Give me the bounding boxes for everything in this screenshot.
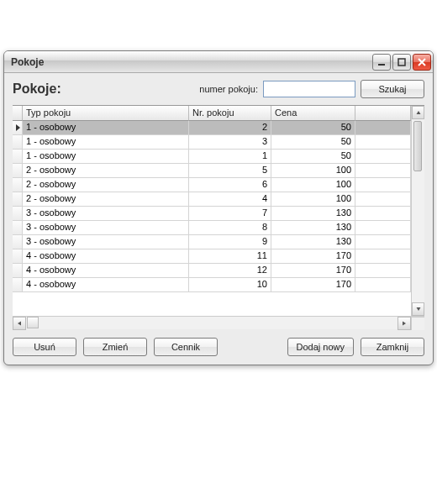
cell-type: 4 - osobowy [23, 249, 189, 263]
window-title: Pokoje [11, 56, 372, 68]
maximize-icon [398, 58, 406, 66]
column-header-price[interactable]: Cena [271, 106, 355, 121]
table-row[interactable]: 1 - osobowy350 [13, 135, 411, 150]
scroll-up-button[interactable] [412, 106, 424, 119]
row-marker-header [13, 106, 23, 121]
row-marker [13, 121, 23, 134]
cell-price: 170 [271, 249, 355, 263]
scroll-down-button[interactable] [412, 302, 424, 316]
cell-type: 4 - osobowy [23, 278, 189, 291]
cell-number: 2 [189, 121, 271, 134]
row-marker [13, 278, 23, 291]
header-row: Pokoje: numer pokoju: Szukaj [13, 80, 424, 98]
minimize-icon [377, 58, 386, 66]
column-header-number[interactable]: Nr. pokoju [189, 106, 271, 121]
cell-pad [355, 178, 411, 192]
cell-price: 130 [271, 221, 355, 234]
scroll-thumb-v[interactable] [413, 121, 422, 171]
cell-type: 3 - osobowy [23, 221, 189, 234]
cell-type: 3 - osobowy [23, 235, 189, 249]
close-dialog-button[interactable]: Zamknij [361, 338, 424, 356]
table-row[interactable]: 1 - osobowy250 [13, 121, 411, 135]
cell-type: 2 - osobowy [23, 192, 189, 206]
page-title: Pokoje: [13, 81, 194, 97]
titlebar[interactable]: Pokoje [4, 51, 433, 73]
svg-marker-3 [416, 111, 420, 114]
cell-type: 1 - osobowy [23, 121, 189, 134]
table-row[interactable]: 4 - osobowy12170 [13, 264, 411, 278]
cell-price: 130 [271, 207, 355, 220]
maximize-button[interactable] [392, 54, 411, 71]
scroll-left-button[interactable] [13, 317, 26, 330]
minimize-button[interactable] [372, 54, 391, 71]
scroll-right-button[interactable] [398, 317, 411, 330]
room-number-input[interactable] [263, 81, 355, 97]
row-marker [13, 207, 23, 220]
delete-button[interactable]: Usuń [13, 338, 76, 356]
scroll-track-h[interactable] [39, 317, 398, 329]
cell-price: 100 [271, 164, 355, 177]
chevron-down-icon [416, 307, 421, 312]
table-row[interactable]: 3 - osobowy9130 [13, 235, 411, 249]
cell-pad [355, 249, 411, 263]
chevron-right-icon [402, 321, 407, 326]
current-row-icon [15, 124, 20, 131]
svg-marker-4 [416, 307, 420, 311]
row-marker [13, 221, 23, 234]
cell-number: 12 [189, 264, 271, 277]
table-row[interactable]: 2 - osobowy6100 [13, 178, 411, 192]
scroll-corner [411, 317, 424, 330]
footer-buttons: Usuń Zmień Cennik Dodaj nowy Zamknij [13, 338, 424, 356]
row-marker [13, 235, 23, 249]
cell-number: 1 [189, 150, 271, 163]
cell-price: 50 [271, 150, 355, 163]
svg-marker-6 [403, 322, 406, 326]
cell-type: 3 - osobowy [23, 207, 189, 220]
row-marker [13, 192, 23, 206]
table-row[interactable]: 2 - osobowy5100 [13, 164, 411, 178]
scroll-track-v[interactable] [412, 119, 424, 302]
row-marker [13, 264, 23, 277]
cell-price: 50 [271, 135, 355, 149]
cell-number: 5 [189, 164, 271, 177]
table-row[interactable]: 4 - osobowy10170 [13, 278, 411, 292]
data-grid: Typ pokoju Nr. pokoju Cena 1 - osobowy25… [13, 105, 424, 316]
table-row[interactable]: 1 - osobowy150 [13, 150, 411, 164]
table-row[interactable]: 2 - osobowy4100 [13, 192, 411, 207]
cell-price: 100 [271, 192, 355, 206]
cell-pad [355, 135, 411, 149]
horizontal-scrollbar[interactable] [13, 316, 424, 329]
row-marker [13, 150, 23, 163]
cell-price: 130 [271, 235, 355, 249]
svg-marker-2 [16, 124, 20, 131]
footer-spacer [224, 338, 281, 356]
change-button[interactable]: Zmień [83, 338, 147, 356]
vertical-scrollbar[interactable] [411, 106, 424, 316]
row-marker [13, 135, 23, 149]
cell-price: 50 [271, 121, 355, 134]
cell-pad [355, 264, 411, 277]
table-row[interactable]: 3 - osobowy7130 [13, 207, 411, 221]
chevron-up-icon [416, 110, 421, 115]
add-new-button[interactable]: Dodaj nowy [287, 338, 354, 356]
column-headers: Typ pokoju Nr. pokoju Cena [13, 106, 411, 121]
cell-price: 170 [271, 278, 355, 291]
cell-number: 8 [189, 221, 271, 234]
cell-number: 9 [189, 235, 271, 249]
cell-number: 3 [189, 135, 271, 149]
column-header-type[interactable]: Typ pokoju [23, 106, 189, 121]
close-button[interactable] [413, 54, 431, 71]
cell-pad [355, 164, 411, 177]
search-button[interactable]: Szukaj [361, 80, 424, 98]
row-marker [13, 178, 23, 192]
svg-marker-5 [18, 322, 21, 326]
table-row[interactable]: 3 - osobowy8130 [13, 221, 411, 235]
cell-type: 2 - osobowy [23, 164, 189, 177]
table-row[interactable]: 4 - osobowy11170 [13, 249, 411, 264]
pricelist-button[interactable]: Cennik [154, 338, 218, 356]
cell-number: 7 [189, 207, 271, 220]
cell-number: 11 [189, 249, 271, 263]
cell-price: 100 [271, 178, 355, 192]
rooms-window: Pokoje Pokoje: numer pokoju: Szukaj [3, 50, 434, 365]
nav-first-button[interactable] [27, 317, 39, 328]
